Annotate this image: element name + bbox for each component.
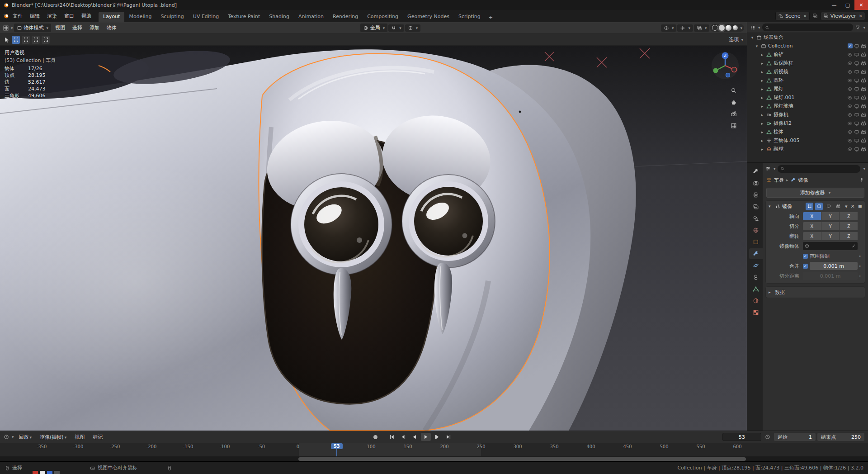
outliner-item[interactable]: ▸ 融球 (747, 145, 868, 153)
disable-render-icon[interactable] (861, 69, 866, 75)
hide-in-viewport-icon[interactable] (847, 69, 853, 75)
hide-in-viewport-icon[interactable] (847, 129, 853, 135)
jump-to-start-button[interactable] (387, 433, 397, 441)
outliner-item[interactable]: ▸ 摄像机 (747, 110, 868, 119)
workspace-tab[interactable]: Animation (294, 12, 328, 22)
view-menu[interactable]: 视图 (71, 432, 88, 442)
properties-tab[interactable] (749, 295, 763, 306)
keying-menu[interactable]: 抠像(插帧)▾ (37, 432, 70, 442)
properties-tab[interactable] (749, 284, 763, 294)
expand-arrow-icon[interactable]: ▸ (760, 138, 764, 143)
filter-icon[interactable] (855, 25, 860, 30)
disable-render-icon[interactable] (861, 138, 866, 143)
tool-options-dropdown[interactable]: 选项 ▾ (729, 36, 743, 43)
maximize-button[interactable]: ▢ (841, 0, 854, 10)
expand-arrow-icon[interactable]: ▸ (760, 52, 764, 57)
hide-in-viewport-icon[interactable] (847, 138, 853, 143)
menu-item[interactable]: 编辑 (26, 11, 43, 21)
expand-arrow-icon[interactable]: ▾ (750, 35, 755, 40)
workspace-tab[interactable]: Scripting (454, 12, 485, 22)
disable-viewports-icon[interactable] (854, 61, 859, 66)
shading-wireframe-button[interactable] (712, 25, 718, 31)
new-scene-icon[interactable] (812, 13, 818, 19)
gizmos-dropdown[interactable]: ▾ (677, 24, 693, 32)
jump-to-end-button[interactable] (443, 433, 453, 441)
bisect-toggle-button[interactable]: Z (840, 222, 858, 230)
hide-in-viewport-icon[interactable] (847, 104, 853, 109)
menu-item[interactable]: 窗口 (61, 11, 78, 21)
record-button[interactable] (371, 433, 381, 441)
outliner-item[interactable]: ▸ 尾灯玻璃 (747, 102, 868, 110)
scene-unlink-icon[interactable]: ✕ (803, 14, 807, 19)
shading-material-button[interactable] (726, 25, 731, 31)
disable-viewports-icon[interactable] (854, 129, 859, 135)
axis-toggle-button[interactable]: Y (821, 212, 840, 220)
disable-viewports-icon[interactable] (854, 43, 859, 49)
shading-rendered-button[interactable] (732, 25, 738, 31)
minimize-button[interactable]: — (827, 0, 841, 10)
disable-viewports-icon[interactable] (854, 147, 859, 152)
add-modifier-button[interactable]: 添加修改器 ▾ (766, 188, 864, 198)
scene-selector[interactable]: Scene ✕ (775, 12, 810, 20)
properties-tab[interactable] (749, 307, 763, 318)
merge-threshold-field[interactable]: 0.001 m (810, 262, 858, 270)
viewport-menu-item[interactable]: 物体 (104, 23, 120, 33)
workspace-tab[interactable]: Rendering (328, 12, 363, 22)
outliner-item[interactable]: ▸ 后保险杠 (747, 59, 868, 67)
collapse-arrow-icon[interactable]: ▾ (769, 204, 773, 209)
hide-in-viewport-icon[interactable] (847, 112, 853, 118)
mirror-object-field[interactable] (803, 242, 858, 250)
properties-tab[interactable] (749, 272, 763, 283)
flip-toggle-button[interactable]: X (803, 232, 821, 240)
editor-type-icon[interactable] (3, 25, 9, 31)
expand-arrow-icon[interactable]: ▸ (760, 113, 764, 117)
view-layer-unlink-icon[interactable]: ✕ (859, 14, 863, 19)
disable-render-icon[interactable] (861, 43, 866, 49)
outliner-item[interactable]: ▸ 尾灯.001 (747, 93, 868, 102)
expand-arrow-icon[interactable]: ▸ (769, 290, 773, 294)
viewport-menu-item[interactable]: 选择 (69, 23, 85, 33)
flip-toggle-button[interactable]: Z (840, 232, 858, 240)
select-extend-mode-button[interactable] (22, 36, 30, 44)
flip-toggle-button[interactable]: Y (821, 232, 840, 240)
current-frame-field[interactable]: 53 (722, 433, 761, 441)
active-tool-cursor-icon[interactable] (4, 37, 10, 43)
disable-viewports-icon[interactable] (854, 104, 859, 109)
timeline-editor-icon[interactable] (4, 434, 9, 440)
next-keyframe-button[interactable] (432, 433, 442, 441)
disable-viewports-icon[interactable] (854, 78, 859, 83)
workspace-tab[interactable]: Geometry Nodes (403, 12, 454, 22)
disable-viewports-icon[interactable] (854, 138, 859, 143)
pin-icon[interactable] (859, 177, 864, 183)
hide-in-viewport-icon[interactable] (847, 95, 853, 100)
eyedropper-icon[interactable] (851, 244, 856, 248)
navigation-gizmo[interactable]: Z (711, 51, 740, 80)
expand-arrow-icon[interactable]: ▸ (760, 130, 764, 134)
breadcrumb-object[interactable]: 车身 (774, 177, 784, 184)
select-subtract-mode-button[interactable] (32, 36, 40, 44)
outliner-editor-icon[interactable] (750, 25, 755, 30)
bisect-distance-field[interactable]: 0.001 m (803, 272, 858, 280)
disable-render-icon[interactable] (861, 129, 866, 135)
frame-end-field[interactable]: 结束点 250 (817, 433, 864, 441)
properties-editor-icon[interactable] (765, 166, 771, 171)
overlays-dropdown[interactable]: ▾ (694, 24, 710, 32)
properties-tab[interactable] (749, 166, 763, 177)
clipping-checkbox[interactable]: ✓ (803, 254, 808, 259)
modifier-name[interactable]: 镜像 (782, 203, 804, 210)
timeline-ruler[interactable]: -350-300-250-200-150-100-500100150200250… (0, 443, 868, 456)
collection-row[interactable]: ▾ Collection ✓ (747, 42, 868, 50)
hide-in-viewport-icon[interactable] (847, 78, 853, 83)
viewport-menu-item[interactable]: 视图 (52, 23, 68, 33)
view-layer-selector[interactable]: ViewLayer ✕ (821, 12, 865, 20)
show-in-editmode-button[interactable] (806, 203, 813, 210)
disable-render-icon[interactable] (861, 61, 866, 66)
modifier-remove-icon[interactable]: ✕ (851, 204, 855, 209)
disable-render-icon[interactable] (861, 52, 866, 57)
expand-arrow-icon[interactable]: ▾ (755, 44, 759, 48)
transform-orientation-selector[interactable]: 全局 ▾ (360, 24, 388, 32)
disable-render-icon[interactable] (861, 95, 866, 100)
marker-menu[interactable]: 标记 (90, 432, 106, 442)
expand-arrow-icon[interactable]: ▸ (760, 61, 764, 66)
mode-selector[interactable]: 物体模式 ▾ (14, 24, 52, 32)
